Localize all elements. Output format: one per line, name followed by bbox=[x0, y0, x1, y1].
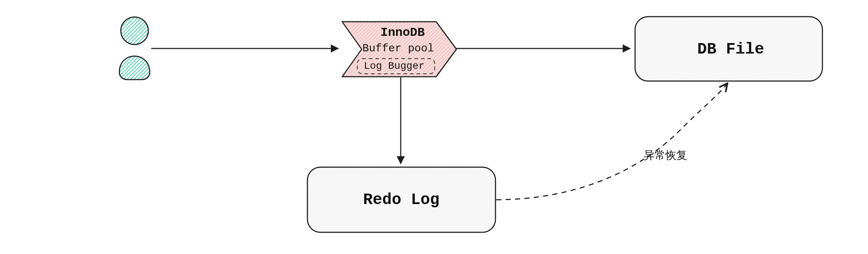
innodb-bufferpool-label: Buffer pool bbox=[362, 43, 434, 55]
redolog-label: Redo Log bbox=[363, 191, 439, 208]
recovery-edge-label: 异常恢复 bbox=[644, 149, 687, 161]
diagram-canvas bbox=[0, 0, 868, 254]
edge-redolog-to-dbfile bbox=[496, 84, 727, 200]
innodb-title: InnoDB bbox=[380, 26, 425, 39]
innodb-logbugger-label: Log Bugger bbox=[364, 61, 425, 72]
dbfile-label: DB File bbox=[697, 41, 764, 58]
user-icon bbox=[119, 17, 150, 80]
svg-point-3 bbox=[121, 17, 148, 45]
